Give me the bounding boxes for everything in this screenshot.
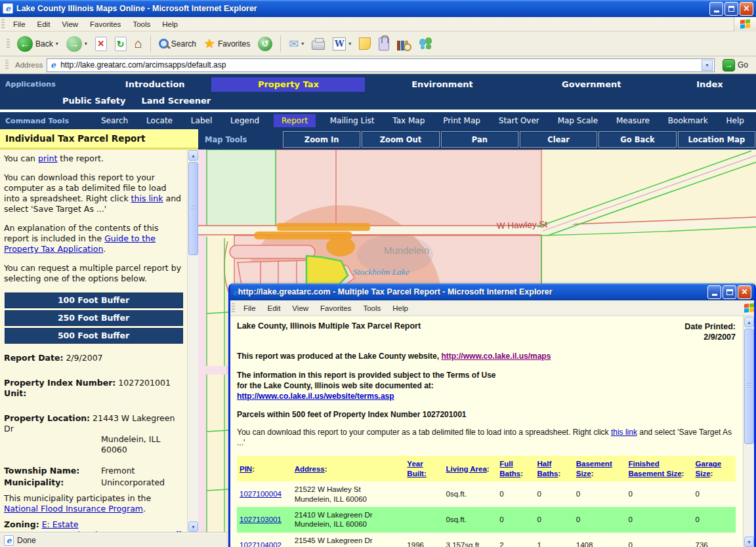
edit-dropdown-icon[interactable] <box>348 41 351 47</box>
lake-county-maps-link[interactable]: http://www.co.lake.il.us/maps <box>441 352 551 361</box>
col-header-finished-basement[interactable]: Finished Basement Size <box>628 460 681 477</box>
go-back-button[interactable]: Go Back <box>598 131 676 148</box>
cmd-search[interactable]: Search <box>97 114 132 127</box>
pan-button[interactable]: Pan <box>441 131 518 148</box>
menu-help[interactable]: Help <box>156 18 184 30</box>
col-header-year-built[interactable]: Year Built: <box>407 460 426 477</box>
forward-button[interactable] <box>63 35 91 53</box>
scroll-down-icon[interactable] <box>744 537 754 547</box>
cmd-mailing-list[interactable]: Mailing List <box>326 114 379 127</box>
col-header-address[interactable]: Address <box>295 465 325 473</box>
buffer-500-button[interactable]: 500 Foot Buffer <box>5 328 183 344</box>
zoning-estate-link[interactable]: E: Estate <box>42 519 79 529</box>
cmd-label[interactable]: Label <box>187 114 216 127</box>
menu-edit[interactable]: Edit <box>32 18 56 30</box>
home-button[interactable] <box>131 35 146 52</box>
popup-menu-tools[interactable]: Tools <box>357 302 387 314</box>
close-button[interactable] <box>740 2 753 16</box>
download-link[interactable]: this link <box>131 193 163 203</box>
popup-menu-favorites[interactable]: Favorites <box>314 302 357 314</box>
buffer-100-button[interactable]: 100 Foot Buffer <box>5 293 183 308</box>
cmd-tax-map[interactable]: Tax Map <box>388 114 429 127</box>
popup-download-link[interactable]: this link <box>611 428 637 437</box>
discuss-button[interactable] <box>356 36 374 51</box>
buffer-250-button[interactable]: 250 Foot Buffer <box>5 310 183 326</box>
col-header-garage-size[interactable]: Garage Size <box>696 460 722 477</box>
zoom-out-button[interactable]: Zoom Out <box>362 131 439 148</box>
cmd-help[interactable]: Help <box>723 114 748 127</box>
go-button[interactable]: Go <box>719 58 752 72</box>
address-url[interactable]: http://lake.greatarc.com/arcimsapps/defa… <box>60 60 702 70</box>
edit-word-button[interactable]: W <box>329 36 354 52</box>
mail-button[interactable] <box>285 35 307 52</box>
pin-link[interactable]: 1027100004 <box>240 490 282 498</box>
popup-menu-file[interactable]: File <box>238 302 262 314</box>
location-map-button[interactable]: Location Map <box>678 131 755 148</box>
col-header-pin[interactable]: PIN <box>240 465 252 473</box>
nav-introduction[interactable]: Introduction <box>98 79 211 89</box>
print-link[interactable]: print <box>38 153 57 163</box>
attach-button[interactable] <box>375 36 392 52</box>
address-input[interactable]: e http://lake.greatarc.com/arcimsapps/de… <box>47 58 715 72</box>
nav-government[interactable]: Government <box>520 79 663 89</box>
terms-link[interactable]: http://www.co.lake.il.us/website/terms.a… <box>237 392 394 401</box>
pin-link[interactable]: 1027104002 <box>240 541 282 547</box>
flood-program-link[interactable]: National Flood Insurance Program <box>4 504 143 514</box>
cmd-locate[interactable]: Locate <box>142 114 177 127</box>
popup-menu-help[interactable]: Help <box>387 302 414 314</box>
left-panel-scrollbar[interactable] <box>187 150 198 533</box>
restore-button[interactable] <box>724 2 738 16</box>
cmd-legend[interactable]: Legend <box>226 114 263 127</box>
nav-environment[interactable]: Environment <box>365 79 519 89</box>
back-dropdown-icon[interactable] <box>56 41 58 47</box>
address-dropdown-icon[interactable] <box>702 60 713 71</box>
cmd-print-map[interactable]: Print Map <box>439 114 484 127</box>
menu-favorites[interactable]: Favorites <box>84 18 127 30</box>
stop-button[interactable] <box>92 35 110 52</box>
popup-menu-view[interactable]: View <box>286 302 314 314</box>
map-parcel-green[interactable] <box>207 150 276 227</box>
col-header-half-baths[interactable]: Half Baths <box>537 460 558 477</box>
menu-view[interactable]: View <box>56 18 84 30</box>
clear-button[interactable]: Clear <box>520 131 597 148</box>
cmd-report[interactable]: Report <box>274 114 316 127</box>
favorites-button[interactable]: Favorites <box>201 35 253 52</box>
nav-property-tax[interactable]: Property Tax <box>211 77 365 92</box>
col-header-living-area[interactable]: Living Area <box>446 465 487 473</box>
nav-index[interactable]: Index <box>663 79 756 89</box>
cmd-bookmark[interactable]: Bookmark <box>664 114 712 127</box>
popup-close-button[interactable] <box>738 285 751 299</box>
menu-tools[interactable]: Tools <box>127 18 156 30</box>
col-header-full-baths[interactable]: Full Baths <box>499 460 520 477</box>
col-header-basement-size[interactable]: Basement Size <box>576 460 612 477</box>
history-button[interactable] <box>255 35 276 52</box>
messenger-button[interactable] <box>415 36 437 52</box>
popup-menu-edit[interactable]: Edit <box>262 302 287 314</box>
search-button[interactable]: Search <box>156 37 200 50</box>
popup-minimize-button[interactable] <box>707 285 721 299</box>
scroll-up-icon[interactable] <box>188 150 198 161</box>
print-button[interactable] <box>308 37 328 51</box>
pin-link[interactable]: 1027103001 <box>240 516 282 523</box>
cmd-start-over[interactable]: Start Over <box>495 114 543 127</box>
zoom-in-button[interactable]: Zoom In <box>283 131 360 148</box>
scroll-up-icon[interactable] <box>744 317 754 327</box>
cmd-measure[interactable]: Measure <box>612 114 654 127</box>
scroll-down-icon[interactable] <box>188 521 198 532</box>
cmd-map-scale[interactable]: Map Scale <box>554 114 602 127</box>
menu-file[interactable]: File <box>7 18 32 30</box>
popup-scrollbar[interactable] <box>743 316 754 547</box>
popup-title-bar: e http://lake.greatarc.com - Multiple Ta… <box>230 283 754 300</box>
back-button[interactable]: Back <box>14 35 62 53</box>
minimize-button[interactable] <box>709 2 723 16</box>
research-button[interactable] <box>394 36 413 52</box>
township-row: Township Name:Fremont <box>4 466 183 476</box>
scroll-thumb[interactable] <box>744 329 754 444</box>
mail-dropdown-icon[interactable] <box>301 41 304 47</box>
scroll-thumb[interactable] <box>188 162 198 255</box>
nav-public-safety[interactable]: Public Safety <box>62 96 126 106</box>
nav-land-screener[interactable]: Land Screener <box>142 96 211 106</box>
popup-maximize-button[interactable] <box>723 285 736 299</box>
forward-dropdown-icon[interactable] <box>85 41 87 47</box>
refresh-button[interactable] <box>112 35 130 52</box>
